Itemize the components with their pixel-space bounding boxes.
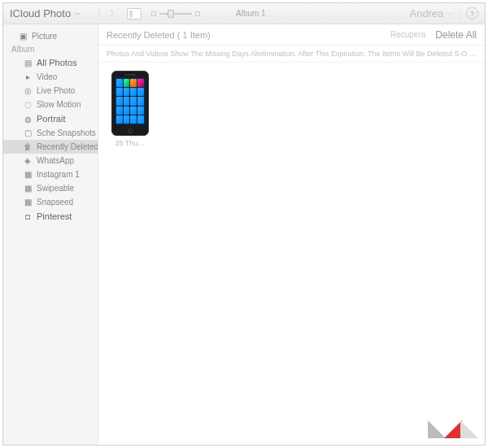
sidebar-item-recently-deleted[interactable]: 🗑 Recently Deleted [3,140,98,154]
delete-all-button[interactable]: Delete All [435,29,477,41]
live-photo-icon: ◎ [23,86,33,95]
sidebar-item-whatsapp[interactable]: ◈ WhatsApp [3,154,98,167]
sidebar-item-label: WhatsApp [37,156,74,165]
sidebar-item-label: Picture [32,32,57,41]
sidebar-item-label: Instagram 1 [37,170,80,179]
app-window: ICloud Photo ﹀ 〈 〉 Album 1 Andrea ﹀ | ? … [2,2,486,446]
photos-icon: ▤ [23,59,33,67]
breadcrumb[interactable]: Album 1 [236,9,266,18]
nav-forward-icon[interactable]: 〉 [110,7,119,20]
help-icon[interactable]: ? [466,7,478,20]
pinterest-icon: ◘ [23,212,33,221]
toolbar: ICloud Photo ﹀ 〈 〉 Album 1 Andrea ﹀ | ? [3,3,485,24]
folder-icon: ▦ [23,184,33,193]
sidebar-item-all-photos[interactable]: ▤ All Photos [3,55,98,70]
zoom-min-icon [151,11,156,16]
sidebar-item-pinterest[interactable]: ◘ Pinterest [3,209,98,224]
photo-grid: 28 Thu… [98,63,485,155]
sidebar-item-label: Swipeable [37,184,74,193]
zoom-slider[interactable] [151,11,200,16]
info-banner: Photos And Videos Show The Missing Days … [98,46,485,63]
app-title[interactable]: ICloud Photo ﹀ [10,7,81,20]
sidebar-item-label: Pinterest [37,211,72,221]
recover-button[interactable]: Recupera [390,30,425,39]
chevron-down-icon: ﹀ [447,11,454,19]
sidebar: ▣ Picture Album ▤ All Photos ▸ Video ◎ L… [3,24,98,445]
sidebar-item-snapseed[interactable]: ▦ Snapseed [3,195,98,209]
screenshot-icon: ▢ [23,128,33,137]
sidebar-item-label: All Photos [37,58,77,67]
sidebar-item-screenshots[interactable]: ▢ Sche Snapshots rmo [3,126,98,140]
portrait-icon: ◍ [23,115,33,124]
sidebar-item-live-photo[interactable]: ◎ Live Photo [3,84,98,98]
sidebar-item-slow-motion[interactable]: ◌ Slow Motion [3,98,98,111]
thumbnail-image [111,71,149,136]
sidebar-item-label: Portrait [37,114,65,124]
watermark-logo [428,420,478,438]
trash-icon: 🗑 [23,142,33,151]
sidebar-item-portrait[interactable]: ◍ Portrait [3,111,98,126]
sidebar-item-video[interactable]: ▸ Video [3,70,98,84]
sidebar-item-label: Video [37,72,57,81]
slow-motion-icon: ◌ [23,100,33,109]
zoom-max-icon [195,11,200,16]
window-body: ▣ Picture Album ▤ All Photos ▸ Video ◎ L… [3,24,485,445]
thumbnail-label: 28 Thu… [107,139,154,147]
sidebar-item-label: Sche Snapshots rmo [37,128,98,137]
sidebar-item-label: Snapseed [37,198,73,207]
content-header: Recently Deleted ( 1 Item) Recupera Dele… [98,24,485,46]
sidebar-item-picture[interactable]: ▣ Picture [3,29,98,43]
sidebar-item-swipeable[interactable]: ▦ Swipeable [3,181,98,195]
whatsapp-icon: ◈ [23,156,33,165]
user-name-text: Andrea [410,7,444,20]
chevron-down-icon: ﹀ [74,11,81,19]
sidebar-item-label: Recently Deleted [37,142,98,151]
user-menu[interactable]: Andrea ﹀ [410,7,455,20]
sidebar-toggle-icon[interactable] [127,8,142,20]
sidebar-item-instagram[interactable]: ▦ Instagram 1 [3,167,98,181]
photo-thumbnail[interactable]: 28 Thu… [107,71,154,147]
picture-icon: ▣ [18,32,28,41]
video-icon: ▸ [23,72,33,81]
sidebar-item-label: Slow Motion [37,100,81,109]
nav-back-icon[interactable]: 〈 [93,7,102,20]
slider-thumb[interactable] [168,10,174,18]
page-title: Recently Deleted ( 1 Item) [107,30,211,40]
sidebar-section-albums: Album [3,43,98,55]
main-panel: Recently Deleted ( 1 Item) Recupera Dele… [98,24,485,445]
instagram-icon: ▦ [23,170,33,179]
app-title-text: ICloud Photo [10,7,71,20]
sidebar-item-label: Live Photo [37,86,75,95]
folder-icon: ▦ [23,198,33,207]
divider: | [459,9,461,19]
slider-track[interactable] [159,13,192,15]
